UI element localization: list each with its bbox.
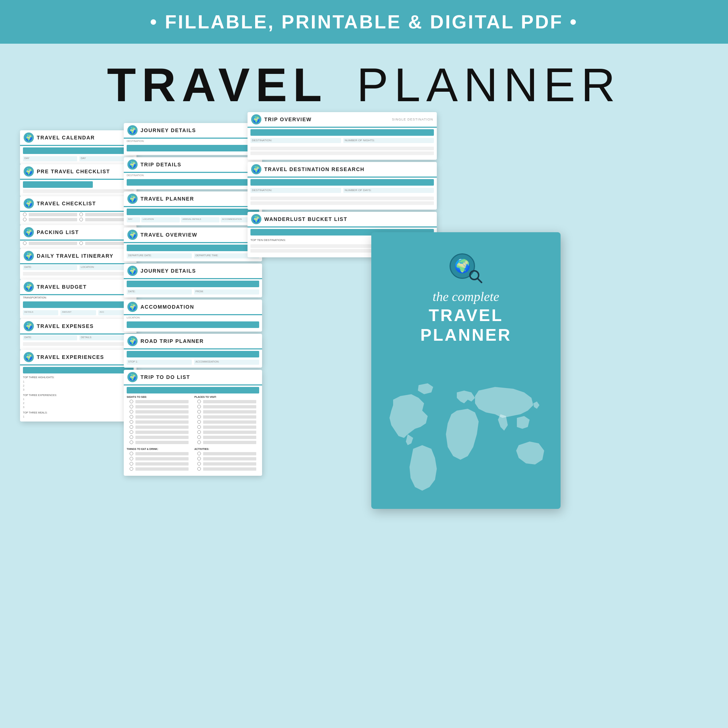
trip-details-title: TRIP DETAILS [141,162,181,167]
travel-destination-research-title: TRAVEL DESTINATION RESEARCH [264,166,364,172]
travel-checklist-title: TRAVEL CHECKLIST [37,200,96,206]
title-part1: TRAVEL [107,58,327,112]
globe-icon-m7: 🌍 [127,336,138,346]
daily-itinerary-card: 🌍 DAILY TRAVEL ITINERARY DATE: LOCATION: [20,249,136,280]
sights-label: SIGHTS TO SEE: [127,396,191,398]
trip-overview-card: 🌍 TRIP OVERVIEW SINGLE DESTINATION DESTI… [248,112,437,160]
trip-details-card: 🌍 TRIP DETAILS DESTINATION: [124,157,262,189]
globe-icon-3: 🌍 [24,198,34,209]
road-trip-planner-card: 🌍 ROAD TRIP PLANNER STOP 1: ACCOMMODATIO… [124,334,262,368]
globe-icon-m8: 🌍 [127,372,138,382]
cover-top: 🌍 the complete TRAVEL PLANNER [371,232,561,352]
globe-icon-m6: 🌍 [127,302,138,312]
trip-to-do-list-title: TRIP TO DO LIST [141,374,190,380]
single-destination-label: SINGLE DESTINATION [392,118,433,121]
trip-to-do-list-card: 🌍 TRIP TO DO LIST SIGHTS TO SEE: [124,370,262,476]
globe-icon-m2: 🌍 [127,159,138,170]
accommodation-title: ACCOMMODATION [141,304,194,310]
places-label: PLACES TO VISIT: [194,396,259,398]
top-banner: • FILLABLE, PRINTABLE & DIGITAL PDF • [0,0,728,44]
road-trip-planner-title: ROAD TRIP PLANNER [141,338,204,344]
daily-itinerary-title: DAILY TRAVEL ITINERARY [37,253,113,259]
globe-icon-r3: 🌍 [251,214,262,224]
globe-icon-7: 🌍 [24,321,34,331]
main-title: TRAVEL PLANNER [0,58,728,112]
globe-icon-r2: 🌍 [251,164,262,174]
main-title-area: TRAVEL PLANNER [0,44,728,123]
travel-experiences-title: TRAVEL EXPERIENCES [37,354,104,360]
cover-map [371,352,561,509]
title-part2: PLANNER [357,58,621,112]
travel-checklist-card: 🌍 TRAVEL CHECKLIST [20,196,136,225]
packing-list-card: 🌍 PACKING LIST [20,225,136,249]
journey-details-2-card: 🌍 JOURNEY DETAILS DATE: FROM: [124,263,262,297]
journey-details-title: JOURNEY DETAILS [141,127,196,133]
packing-list-title: PACKING LIST [37,229,79,235]
cover-card: 🌍 the complete TRAVEL PLANNER [371,232,561,509]
globe-icon-m5: 🌍 [127,266,138,276]
travel-overview-card: 🌍 TRAVEL OVERVIEW DEPARTURE DATE: DEPART… [124,228,262,262]
travel-expenses-card: 🌍 TRAVEL EXPENSES DATE: DETAILS: [20,319,136,350]
cover-script-title: the complete [433,288,499,305]
travel-destination-research-card: 🌍 TRAVEL DESTINATION RESEARCH DESTINATIO… [248,162,437,210]
accommodation-card: 🌍 ACCOMMODATION LOCATION: [124,300,262,332]
things-to-drink-label: THINGS TO EAT & DRINK: [127,448,191,450]
globe-icon-4: 🌍 [24,227,34,237]
banner-text: • FILLABLE, PRINTABLE & DIGITAL PDF • [150,11,578,33]
travel-expenses-title: TRAVEL EXPENSES [37,323,94,329]
travel-overview-title: TRAVEL OVERVIEW [141,232,197,238]
trip-overview-title: TRIP OVERVIEW [264,116,312,122]
pre-travel-checklist-card: 🌍 PRE TRAVEL CHECKLIST [20,164,136,196]
globe-icon-m1: 🌍 [127,125,138,135]
travel-calendar-title: TRAVEL CALENDAR [37,135,95,141]
middle-stack: 🌍 JOURNEY DETAILS DESTINATION: 🌍 TRIP DE… [124,123,262,478]
content-area: 🌍 TRAVEL CALENDAR DAY DAY 🌍 PRE TRAVEL C… [0,123,728,669]
journey-details-2-title: JOURNEY DETAILS [141,268,196,274]
travel-planner-title: TRAVEL PLANNER [141,196,194,202]
travel-budget-title: TRAVEL BUDGET [37,284,87,290]
pre-travel-title: PRE TRAVEL CHECKLIST [37,168,110,174]
cover-bold-title: TRAVEL PLANNER [382,305,550,345]
globe-icon-m4: 🌍 [127,230,138,240]
globe-icon: 🌍 [24,133,34,143]
activities-label: ACTIVITIES: [194,448,259,450]
globe-icon-6: 🌍 [24,282,34,292]
globe-icon-2: 🌍 [24,166,34,177]
travel-planner-card: 🌍 TRAVEL PLANNER DAY LOCATION ARRIVAL DE… [124,191,262,225]
globe-icon-r1: 🌍 [251,114,262,124]
globe-icon-8: 🌍 [24,352,34,362]
globe-icon-5: 🌍 [24,251,34,261]
travel-budget-card: 🌍 TRAVEL BUDGET TRANSPORTATION: DETAILS … [20,280,136,319]
cover-globe-icon: 🌍 [450,251,482,283]
svg-line-1 [477,278,482,283]
journey-details-card: 🌍 JOURNEY DETAILS DESTINATION: [124,123,262,155]
travel-experiences-card: 🌍 TRAVEL EXPERIENCES TOP THREE HIGHLIGHT… [20,350,136,422]
wanderlust-bucket-list-title: WANDERLUST BUCKET LIST [264,216,347,222]
travel-calendar-card: 🌍 TRAVEL CALENDAR DAY DAY [20,130,136,164]
globe-icon-m3: 🌍 [127,194,138,204]
left-stack: 🌍 TRAVEL CALENDAR DAY DAY 🌍 PRE TRAVEL C… [20,130,136,422]
